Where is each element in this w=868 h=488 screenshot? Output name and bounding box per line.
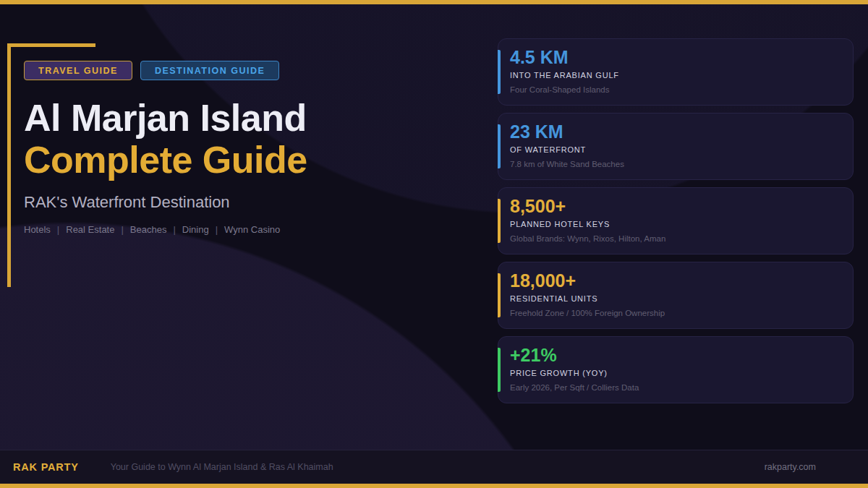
- breadcrumb: Hotels|Real Estate|Beaches|Dining|Wynn C…: [24, 224, 487, 235]
- stat-subtext: 7.8 km of White Sand Beaches: [510, 160, 840, 168]
- stat-accent-bar: [498, 348, 501, 392]
- breadcrumb-item[interactable]: Hotels: [24, 224, 51, 235]
- footer-brand: RAK PARTY: [13, 461, 79, 473]
- stat-accent-bar: [498, 50, 501, 94]
- corner-bracket-vertical: [7, 43, 11, 287]
- stats-panel: 4.5 KM INTO THE ARABIAN GULF Four Coral-…: [498, 38, 854, 403]
- stat-accent-bar: [498, 124, 501, 168]
- stat-value: 4.5 KM: [510, 47, 840, 68]
- breadcrumb-item[interactable]: Real Estate: [66, 224, 114, 235]
- breadcrumb-item[interactable]: Wynn Casino: [224, 224, 280, 235]
- stat-subtext: Early 2026, Per Sqft / Colliers Data: [510, 383, 840, 392]
- stat-accent-bar: [498, 273, 501, 317]
- stat-value: 8,500+: [510, 196, 840, 217]
- stat-subtext: Four Coral-Shaped Islands: [510, 85, 840, 94]
- stat-subtext: Freehold Zone / 100% Foreign Ownership: [510, 309, 840, 317]
- travel-guide-badge[interactable]: TRAVEL GUIDE: [24, 61, 132, 80]
- breadcrumb-item[interactable]: Dining: [182, 224, 209, 235]
- breadcrumb-separator: |: [173, 224, 175, 235]
- stat-card: 4.5 KM INTO THE ARABIAN GULF Four Coral-…: [498, 38, 854, 106]
- hero-section: TRAVEL GUIDE DESTINATION GUIDE Al Marjan…: [24, 61, 487, 235]
- page-title: Al Marjan Island Complete Guide: [24, 97, 487, 181]
- breadcrumb-item[interactable]: Beaches: [130, 224, 167, 235]
- stat-card: 18,000+ RESIDENTIAL UNITS Freehold Zone …: [498, 262, 854, 329]
- breadcrumb-separator: |: [57, 224, 59, 235]
- badge-row: TRAVEL GUIDE DESTINATION GUIDE: [24, 61, 487, 80]
- stat-subtext: Global Brands: Wynn, Rixos, Hilton, Aman: [510, 234, 840, 243]
- stat-value: 23 KM: [510, 121, 840, 142]
- stat-label: PLANNED HOTEL KEYS: [510, 220, 840, 228]
- stat-label: RESIDENTIAL UNITS: [510, 294, 840, 303]
- footer-tagline: Your Guide to Wynn Al Marjan Island & Ra…: [111, 462, 333, 472]
- top-accent-bar: [0, 0, 868, 4]
- bottom-accent-bar: [0, 484, 868, 488]
- page-subtitle: RAK's Waterfront Destination: [24, 193, 487, 212]
- stat-label: OF WATERFRONT: [510, 145, 840, 154]
- page-title-line2: Complete Guide: [24, 139, 487, 181]
- page-title-line1: Al Marjan Island: [24, 97, 487, 139]
- stat-card: 23 KM OF WATERFRONT 7.8 km of White Sand…: [498, 113, 854, 180]
- stat-value: +21%: [510, 345, 840, 366]
- corner-bracket-horizontal: [7, 43, 95, 47]
- stat-card: 8,500+ PLANNED HOTEL KEYS Global Brands:…: [498, 187, 854, 254]
- stat-accent-bar: [498, 199, 501, 243]
- stat-card: +21% PRICE GROWTH (YOY) Early 2026, Per …: [498, 336, 854, 403]
- stat-label: INTO THE ARABIAN GULF: [510, 71, 840, 80]
- breadcrumb-separator: |: [216, 224, 218, 235]
- breadcrumb-separator: |: [121, 224, 123, 235]
- stat-label: PRICE GROWTH (YOY): [510, 369, 840, 377]
- stat-value: 18,000+: [510, 270, 840, 291]
- footer-site-link[interactable]: rakparty.com: [765, 462, 816, 472]
- footer: RAK PARTY Your Guide to Wynn Al Marjan I…: [0, 450, 868, 484]
- destination-guide-badge[interactable]: DESTINATION GUIDE: [140, 61, 279, 80]
